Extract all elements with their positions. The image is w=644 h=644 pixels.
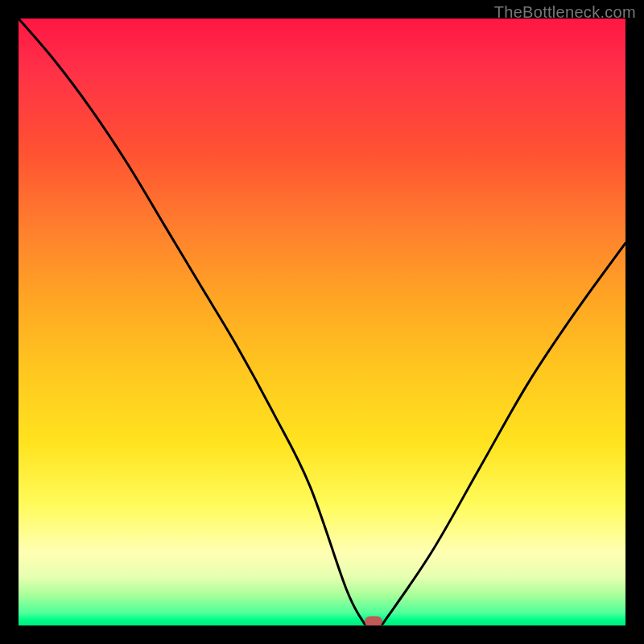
attribution-watermark: TheBottleneck.com (494, 3, 636, 22)
plot-area (19, 19, 625, 625)
curve-path (19, 19, 625, 624)
optimum-marker (365, 616, 382, 625)
bottleneck-curve (19, 19, 625, 625)
chart-frame: TheBottleneck.com (0, 0, 644, 644)
